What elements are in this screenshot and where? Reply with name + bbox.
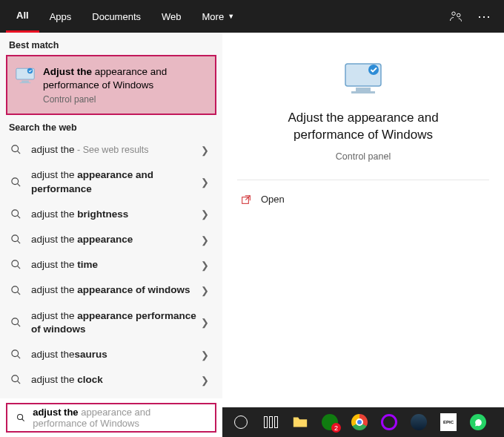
svg-line-9 <box>17 183 20 186</box>
web-suggestion[interactable]: adjust the appearance❯ <box>0 227 222 252</box>
taskbar: EPIC <box>222 407 504 437</box>
svg-point-22 <box>12 375 19 382</box>
web-suggestion[interactable]: adjust the appearance of windows❯ <box>0 277 222 303</box>
suggestion-text: adjust the brightness <box>31 208 201 221</box>
best-match-result[interactable]: Adjust the appearance and performance of… <box>6 55 216 115</box>
chevron-right-icon: ❯ <box>201 349 209 361</box>
monitor-check-icon <box>15 65 36 86</box>
suggestion-text: adjust the time <box>31 258 201 272</box>
search-icon <box>10 234 22 246</box>
svg-point-0 <box>452 12 456 16</box>
divider <box>237 180 489 180</box>
svg-point-29 <box>368 65 379 75</box>
svg-line-11 <box>17 215 20 218</box>
svg-rect-27 <box>356 88 371 91</box>
tab-all[interactable]: All <box>6 0 39 33</box>
svg-rect-4 <box>20 82 31 83</box>
web-suggestion[interactable]: adjust the appearance and performance❯ <box>0 162 222 201</box>
preview-title: Adjust the appearance and performance of… <box>237 110 489 144</box>
search-icon <box>16 412 25 424</box>
svg-rect-3 <box>21 81 29 82</box>
web-suggestion[interactable]: adjust the time❯ <box>0 252 222 277</box>
svg-point-8 <box>12 177 19 184</box>
chevron-right-icon: ❯ <box>201 285 209 296</box>
svg-point-14 <box>12 260 19 267</box>
web-suggestion[interactable]: adjust the - See web results❯ <box>0 137 222 162</box>
svg-line-13 <box>17 240 20 243</box>
chevron-right-icon: ❯ <box>201 208 209 220</box>
svg-point-24 <box>18 414 23 419</box>
chevron-right-icon: ❯ <box>201 234 209 246</box>
chevron-right-icon: ❯ <box>201 375 209 386</box>
search-scope-tabs: All Apps Documents Web More▼ ⋯ <box>0 0 504 33</box>
svg-line-21 <box>17 356 20 359</box>
chevron-right-icon: ❯ <box>201 145 209 156</box>
suggestion-text: adjust the appearance and performance <box>31 168 201 195</box>
chevron-right-icon: ❯ <box>201 177 209 188</box>
svg-point-1 <box>457 13 461 17</box>
search-icon <box>10 177 22 188</box>
search-icon <box>10 317 22 329</box>
svg-line-19 <box>17 323 20 326</box>
tab-web[interactable]: Web <box>151 0 192 33</box>
web-suggestion[interactable]: adjust the clock❯ <box>0 367 222 392</box>
search-web-header: Search the web <box>0 115 222 137</box>
search-icon <box>10 285 22 297</box>
tab-documents[interactable]: Documents <box>82 0 151 33</box>
svg-line-7 <box>17 151 20 154</box>
svg-point-20 <box>12 350 19 357</box>
svg-point-6 <box>12 145 19 152</box>
steam-icon[interactable] <box>405 410 433 434</box>
svg-point-10 <box>12 210 19 217</box>
best-match-title: Adjust the appearance and performance of… <box>43 65 208 91</box>
suggestion-text: adjust the - See web results <box>31 143 201 157</box>
open-action[interactable]: Open <box>237 189 489 210</box>
chevron-right-icon: ❯ <box>201 317 209 328</box>
svg-line-15 <box>17 266 20 269</box>
preview-monitor-icon <box>342 61 384 96</box>
options-icon[interactable]: ⋯ <box>470 0 498 33</box>
epic-icon[interactable]: EPIC <box>434 410 462 434</box>
svg-point-5 <box>27 68 33 73</box>
file-explorer-icon[interactable] <box>286 410 314 434</box>
search-icon <box>10 259 22 271</box>
chevron-right-icon: ❯ <box>201 260 209 271</box>
svg-point-12 <box>12 235 19 242</box>
best-match-header: Best match <box>0 33 222 55</box>
search-icon <box>10 349 22 361</box>
svg-point-18 <box>12 318 19 325</box>
open-label: Open <box>261 194 285 205</box>
svg-line-25 <box>22 419 24 421</box>
search-icon <box>10 144 22 156</box>
web-suggestion[interactable]: adjust the appearance performance of win… <box>0 303 222 342</box>
search-typed-text: adjust the <box>33 407 81 418</box>
suggestion-text: adjust the appearance <box>31 233 201 246</box>
chrome-icon[interactable] <box>345 410 374 434</box>
web-suggestion[interactable]: adjust thesaurus❯ <box>0 342 222 367</box>
cortana-icon[interactable] <box>227 410 255 434</box>
suggestion-text: adjust the appearance of windows <box>31 283 201 297</box>
suggestion-text: adjust the clock <box>31 373 201 387</box>
opera-icon[interactable] <box>375 410 403 434</box>
open-icon <box>240 194 252 206</box>
tab-apps[interactable]: Apps <box>39 0 82 33</box>
suggestion-text: adjust thesaurus <box>31 348 201 361</box>
search-input[interactable]: adjust the appearance and performance of… <box>6 403 216 433</box>
svg-point-16 <box>12 286 19 292</box>
svg-line-17 <box>17 292 20 295</box>
task-view-icon[interactable] <box>256 410 285 434</box>
tab-more[interactable]: More▼ <box>192 0 245 33</box>
search-icon <box>10 208 22 220</box>
xbox-icon[interactable] <box>316 410 344 434</box>
whatsapp-icon[interactable] <box>464 410 492 434</box>
web-suggestions: adjust the - See web results❯adjust the … <box>0 137 222 398</box>
web-suggestion[interactable]: adjust the brightness❯ <box>0 202 222 227</box>
svg-line-23 <box>17 381 20 384</box>
feedback-icon[interactable] <box>442 0 470 33</box>
svg-rect-28 <box>351 91 375 93</box>
preview-subtitle: Control panel <box>237 151 489 162</box>
best-match-subtitle: Control panel <box>43 94 208 105</box>
suggestion-text: adjust the appearance performance of win… <box>31 309 201 336</box>
search-icon <box>10 374 22 386</box>
